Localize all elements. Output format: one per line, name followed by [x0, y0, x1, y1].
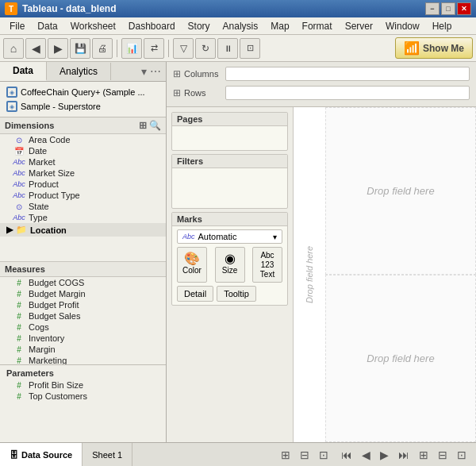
toolbar-print-btn[interactable]: 🖨 — [92, 38, 113, 59]
marks-tooltip-btn[interactable]: Tooltip — [217, 286, 256, 302]
bottom-view-film[interactable]: ⊡ — [454, 447, 470, 463]
viz-drop-top-right-text: Drop field here — [367, 185, 434, 197]
datasource-coffeechain-icon: ◈ — [6, 87, 17, 98]
menu-analysis[interactable]: Analysis — [217, 17, 265, 34]
bottom-present-icon[interactable]: ⊡ — [316, 447, 332, 463]
toolbar-swap-btn[interactable]: ⇄ — [144, 38, 164, 59]
window-controls[interactable]: − □ ✕ — [425, 2, 471, 15]
field-margin[interactable]: # Margin — [0, 344, 166, 355]
field-market-size[interactable]: Abc Market Size — [0, 168, 166, 179]
marks-detail-btn[interactable]: Detail — [177, 286, 213, 302]
field-type[interactable]: Abc Type — [0, 212, 166, 223]
viz-drop-bottom-right[interactable]: Drop field here — [325, 275, 476, 442]
toolbar-back-btn[interactable]: ◀ — [25, 38, 46, 59]
bottom-view-list[interactable]: ⊞ — [416, 447, 432, 463]
toolbar-home-btn[interactable]: ⌂ — [3, 38, 24, 59]
window-title: Tableau - data_blend — [22, 3, 116, 14]
toolbar-save-btn[interactable]: 💾 — [70, 38, 90, 59]
marks-text-icon: Abc123 — [260, 251, 274, 270]
field-budget-margin-icon: # — [13, 290, 25, 298]
menu-data[interactable]: Data — [31, 17, 63, 34]
location-folder-icon: 📁 — [16, 225, 27, 235]
bottom-new-datasource-icon[interactable]: ⊞ — [278, 447, 294, 463]
field-cogs[interactable]: # Cogs — [0, 322, 166, 333]
bottom-tab-icons: ⊞ ⊟ ⊡ ⏮ ◀ ▶ ⏭ ⊞ ⊟ ⊡ — [271, 447, 476, 463]
bottom-duplicate-icon[interactable]: ⊟ — [297, 447, 313, 463]
field-budget-cogs[interactable]: # Budget COGS — [0, 277, 166, 288]
toolbar-fix-btn[interactable]: ⊡ — [240, 38, 260, 59]
menu-file[interactable]: File — [3, 17, 31, 34]
viz-drop-left[interactable]: Drop field here — [294, 107, 325, 442]
panel-tab-actions[interactable]: ▾ ⋯ — [136, 64, 166, 79]
maximize-button[interactable]: □ — [441, 2, 455, 15]
menu-server[interactable]: Server — [339, 17, 379, 34]
location-group-header[interactable]: ▶ 📁 Location — [0, 223, 166, 237]
field-budget-margin[interactable]: # Budget Margin — [0, 288, 166, 299]
filters-card: Filters — [171, 154, 288, 209]
marks-text-btn[interactable]: Abc123 Text — [252, 247, 282, 283]
app-icon: T — [5, 2, 17, 15]
field-budget-sales[interactable]: # Budget Sales — [0, 310, 166, 322]
menu-story[interactable]: Story — [182, 17, 217, 34]
dimensions-header-actions[interactable]: ⊞ 🔍 — [139, 120, 161, 131]
field-budget-profit-label: Budget Profit — [29, 300, 79, 310]
field-state[interactable]: ⊙ State — [0, 201, 166, 212]
tab-sheet1[interactable]: Sheet 1 — [83, 443, 132, 466]
toolbar-filter-btn[interactable]: ▽ — [173, 38, 194, 59]
field-area-code[interactable]: ⊙ Area Code — [0, 134, 166, 145]
field-profit-bin-size[interactable]: # Profit Bin Size — [0, 379, 166, 391]
field-product[interactable]: Abc Product — [0, 179, 166, 190]
field-budget-profit[interactable]: # Budget Profit — [0, 299, 166, 310]
field-date-label: Date — [29, 146, 47, 156]
marks-type-dropdown[interactable]: Abc Automatic ▾ — [177, 229, 282, 244]
menu-format[interactable]: Format — [296, 17, 339, 34]
menu-window[interactable]: Window — [379, 17, 426, 34]
menu-worksheet[interactable]: Worksheet — [64, 17, 122, 34]
menu-dashboard[interactable]: Dashboard — [122, 17, 182, 34]
dimensions-list: ⊙ Area Code 📅 Date Abc Market Abc Market… — [0, 134, 166, 261]
toolbar-chart-btn[interactable]: 📊 — [121, 38, 142, 59]
toolbar-refresh-btn[interactable]: ↻ — [195, 38, 216, 59]
close-button[interactable]: ✕ — [457, 2, 471, 15]
field-top-customers[interactable]: # Top Customers — [0, 391, 166, 402]
marks-color-btn[interactable]: 🎨 Color — [177, 247, 207, 283]
toolbar-pause-btn[interactable]: ⏸ — [217, 38, 238, 59]
field-margin-label: Margin — [29, 345, 56, 354]
datasource-superstore-icon: ◈ — [6, 101, 17, 112]
field-top-customers-label: Top Customers — [29, 391, 87, 401]
shelves: ⊞ Columns ⊞ Rows — [167, 62, 476, 107]
tab-data[interactable]: Data — [0, 62, 47, 81]
field-market[interactable]: Abc Market — [0, 156, 166, 168]
datasource-superstore[interactable]: ◈ Sample - Superstore — [3, 99, 163, 114]
columns-drop-zone[interactable] — [225, 67, 470, 81]
tab-data-source[interactable]: 🗄 Data Source — [0, 443, 83, 466]
minimize-button[interactable]: − — [425, 2, 440, 15]
field-budget-profit-icon: # — [13, 301, 25, 310]
toolbar-forward-btn[interactable]: ▶ — [48, 38, 68, 59]
datasource-coffeechain[interactable]: ◈ CoffeeChain Query+ (Sample ... — [3, 85, 163, 99]
rows-icon: ⊞ — [173, 87, 181, 98]
bottom-view-grid[interactable]: ⊟ — [435, 447, 451, 463]
viz-drop-top-right[interactable]: Drop field here — [325, 107, 476, 275]
tab-data-source-icon: 🗄 — [10, 450, 18, 460]
show-me-chart-icon: 📶 — [404, 40, 420, 56]
bottom-nav-last[interactable]: ⏭ — [395, 447, 413, 463]
viz-drop-left-text: Drop field here — [305, 246, 314, 303]
field-date[interactable]: 📅 Date — [0, 145, 166, 156]
rows-drop-zone[interactable] — [225, 86, 470, 100]
bottom-nav-prev[interactable]: ◀ — [359, 447, 374, 463]
dimensions-header: Dimensions ⊞ 🔍 — [0, 117, 166, 134]
field-product-type[interactable]: Abc Product Type — [0, 190, 166, 201]
rows-shelf-label: ⊞ Rows — [173, 87, 221, 98]
menu-map[interactable]: Map — [264, 17, 295, 34]
field-area-code-icon: ⊙ — [13, 136, 25, 144]
field-marketing[interactable]: # Marketing — [0, 355, 166, 364]
show-me-button[interactable]: 📶 Show Me — [395, 37, 473, 59]
tab-analytics[interactable]: Analytics — [47, 63, 111, 80]
field-inventory[interactable]: # Inventory — [0, 333, 166, 344]
bottom-nav-first[interactable]: ⏮ — [338, 447, 355, 463]
bottom-nav-next[interactable]: ▶ — [377, 447, 392, 463]
marks-size-btn[interactable]: ◉ Size — [215, 247, 245, 283]
field-margin-icon: # — [13, 345, 25, 354]
menu-help[interactable]: Help — [426, 17, 459, 34]
